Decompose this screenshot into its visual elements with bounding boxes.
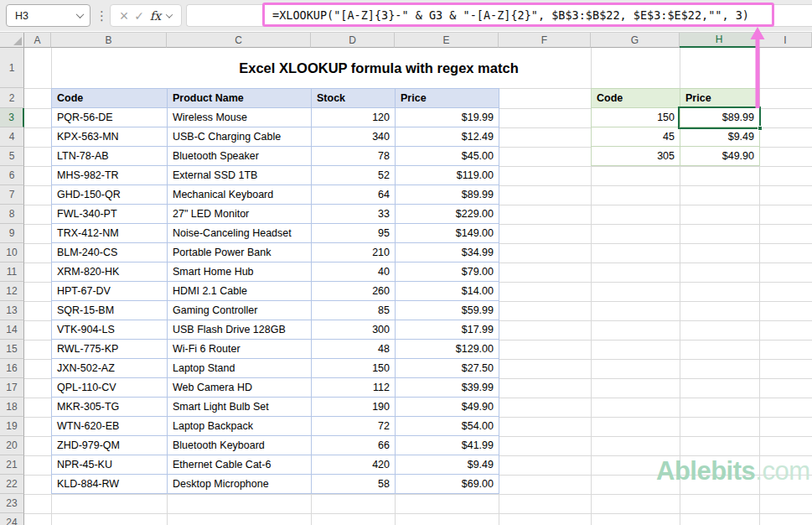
cell[interactable]: GHD-150-QR (52, 185, 168, 205)
cell[interactable]: Bluetooth Keyboard (168, 436, 312, 455)
cell[interactable]: Wi-Fi 6 Router (168, 340, 312, 359)
row-header-7[interactable]: 7 (0, 185, 24, 205)
cell[interactable]: 305 (592, 147, 680, 166)
row-header-1[interactable]: 1 (0, 48, 24, 88)
chevron-down-icon[interactable] (166, 11, 173, 18)
cell[interactable]: $34.99 (396, 243, 499, 262)
cell[interactable]: 190 (312, 398, 396, 417)
selected-cell-outline[interactable] (678, 107, 761, 129)
column-header-B[interactable]: B (51, 33, 167, 48)
cell[interactable]: Smart Home Hub (168, 262, 312, 282)
cell[interactable]: Portable Power Bank (168, 243, 312, 262)
column-header-A[interactable]: A (24, 33, 51, 48)
cell[interactable]: $69.00 (396, 475, 499, 494)
cell[interactable]: 33 (312, 205, 396, 224)
cell[interactable]: SQR-15-BM (52, 301, 168, 320)
cell[interactable]: 78 (312, 147, 396, 166)
cell[interactable]: 150 (312, 359, 396, 378)
column-header-E[interactable]: E (395, 33, 499, 48)
fill-handle[interactable] (758, 126, 763, 131)
cell[interactable]: $49.90 (680, 147, 760, 166)
cell[interactable]: Laptop Backpack (168, 417, 312, 436)
cell[interactable]: LTN-78-AB (52, 147, 168, 166)
row-header-3[interactable]: 3 (0, 108, 24, 127)
column-header-F[interactable]: F (499, 33, 591, 48)
row-header-18[interactable]: 18 (0, 398, 24, 417)
cell[interactable]: JXN-502-AZ (52, 359, 168, 378)
table-header-cell[interactable]: Product Name (168, 89, 312, 108)
cell[interactable]: $14.00 (396, 282, 499, 301)
cell[interactable]: $89.99 (396, 185, 499, 205)
row-header-21[interactable]: 21 (0, 455, 24, 475)
cell[interactable]: $19.99 (396, 108, 499, 127)
cell[interactable]: 58 (312, 475, 396, 494)
chevron-down-icon[interactable] (76, 10, 85, 18)
cancel-icon[interactable]: × (120, 8, 129, 23)
table-header-cell[interactable]: Price (680, 89, 760, 108)
cell[interactable]: 27" LED Monitor (168, 205, 312, 224)
cell[interactable]: 95 (312, 224, 396, 243)
cell[interactable]: 420 (312, 455, 396, 475)
cell[interactable]: Ethernet Cable Cat-6 (168, 455, 312, 475)
row-header-9[interactable]: 9 (0, 224, 24, 243)
cell[interactable]: FWL-340-PT (52, 205, 168, 224)
cell[interactable]: $229.00 (396, 205, 499, 224)
cell[interactable]: $17.99 (396, 320, 499, 340)
cell[interactable]: Laptop Stand (168, 359, 312, 378)
cell[interactable]: External SSD 1TB (168, 166, 312, 185)
column-header-G[interactable]: G (591, 33, 680, 48)
cell[interactable]: MHS-982-TR (52, 166, 168, 185)
cell[interactable]: $39.99 (396, 378, 499, 398)
cell[interactable]: HDMI 2.1 Cable (168, 282, 312, 301)
row-header-14[interactable]: 14 (0, 320, 24, 340)
cell[interactable]: $79.00 (396, 262, 499, 282)
row-header-23[interactable]: 23 (0, 494, 24, 513)
cell[interactable]: 40 (312, 262, 396, 282)
cell[interactable]: Web Camera HD (168, 378, 312, 398)
row-header-12[interactable]: 12 (0, 282, 24, 301)
cell[interactable]: Smart Light Bulb Set (168, 398, 312, 417)
table-header-cell[interactable]: Stock (312, 89, 396, 108)
cell[interactable]: $149.00 (396, 224, 499, 243)
cell[interactable]: $41.99 (396, 436, 499, 455)
cell[interactable]: $119.00 (396, 166, 499, 185)
row-header-22[interactable]: 22 (0, 475, 24, 494)
row-header-5[interactable]: 5 (0, 147, 24, 166)
cell[interactable]: BLM-240-CS (52, 243, 168, 262)
cell[interactable]: Bluetooth Speaker (168, 147, 312, 166)
row-header-4[interactable]: 4 (0, 127, 24, 147)
cell[interactable]: WTN-620-EB (52, 417, 168, 436)
table-header-cell[interactable]: Code (52, 89, 168, 108)
cell[interactable]: Wireless Mouse (168, 108, 312, 127)
cell[interactable]: 120 (312, 108, 396, 127)
cell[interactable]: $129.00 (396, 340, 499, 359)
row-header-13[interactable]: 13 (0, 301, 24, 320)
cell[interactable]: KLD-884-RW (52, 475, 168, 494)
cell[interactable]: Gaming Controller (168, 301, 312, 320)
cell[interactable]: MKR-305-TG (52, 398, 168, 417)
row-header-17[interactable]: 17 (0, 378, 24, 398)
cell[interactable]: 72 (312, 417, 396, 436)
cell[interactable]: $49.90 (396, 398, 499, 417)
cell[interactable]: $9.49 (396, 455, 499, 475)
cell[interactable]: HPT-67-DV (52, 282, 168, 301)
column-header-H[interactable]: H (680, 33, 759, 48)
row-header-24[interactable]: 24 (0, 513, 24, 525)
cell[interactable]: 340 (312, 127, 396, 147)
cell[interactable]: 300 (312, 320, 396, 340)
cell[interactable]: VTK-904-LS (52, 320, 168, 340)
cell[interactable]: 150 (592, 108, 680, 127)
enter-icon[interactable]: ✓ (134, 10, 144, 22)
cell[interactable]: Mechanical Keyboard (168, 185, 312, 205)
cell[interactable]: 66 (312, 436, 396, 455)
cell[interactable]: NPR-45-KU (52, 455, 168, 475)
row-header-10[interactable]: 10 (0, 243, 24, 262)
cell[interactable]: KPX-563-MN (52, 127, 168, 147)
cell[interactable]: 64 (312, 185, 396, 205)
cell[interactable]: $45.00 (396, 147, 499, 166)
cell[interactable]: 48 (312, 340, 396, 359)
cell[interactable]: USB-C Charging Cable (168, 127, 312, 147)
cell[interactable]: ZHD-979-QM (52, 436, 168, 455)
name-box[interactable]: H3 (6, 4, 91, 27)
cell[interactable]: 112 (312, 378, 396, 398)
